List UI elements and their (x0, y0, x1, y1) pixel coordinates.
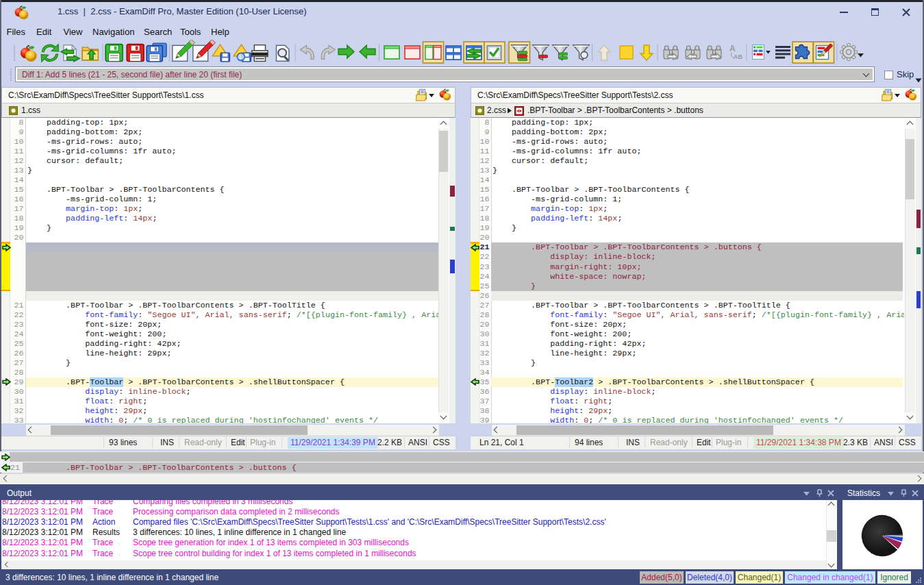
svg-text:A: A (729, 44, 736, 53)
svg-text:AB: AB (734, 53, 742, 60)
